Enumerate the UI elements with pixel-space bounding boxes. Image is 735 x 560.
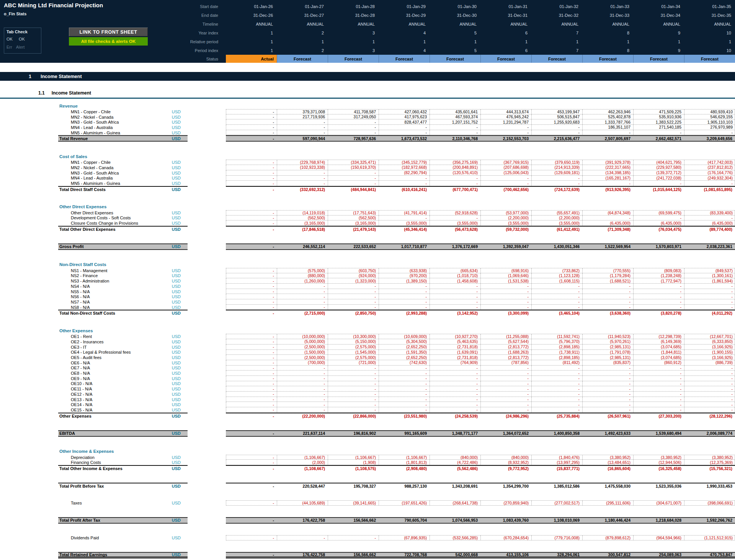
value-cell[interactable]: - (226, 460, 277, 465)
value-cell[interactable]: - (328, 381, 379, 386)
value-cell[interactable]: - (634, 216, 684, 220)
value-cell[interactable]: 220,528,447 (277, 483, 328, 489)
value-cell[interactable]: - (379, 130, 430, 135)
value-cell[interactable]: (222,317,665) (583, 165, 634, 170)
value-cell[interactable]: - (430, 216, 481, 220)
value-cell[interactable]: - (481, 294, 532, 299)
value-cell[interactable]: - (481, 289, 532, 294)
status-cell-actual[interactable]: Actual (226, 55, 277, 63)
value-cell[interactable]: - (328, 176, 379, 181)
header-cell[interactable]: ANNUAL (582, 22, 633, 26)
header-cell[interactable]: ANNUAL (277, 22, 328, 26)
value-cell[interactable]: - (226, 386, 277, 391)
value-cell[interactable]: (41,791,414) (379, 211, 430, 215)
value-cell[interactable]: - (430, 386, 481, 391)
value-cell[interactable]: (3,074,685) (634, 355, 684, 360)
value-cell[interactable]: - (583, 305, 634, 310)
value-cell[interactable]: (484,944,841) (328, 187, 379, 192)
value-cell[interactable]: (182,972,668) (379, 165, 430, 170)
value-cell[interactable]: 1,592,266,762 (684, 518, 735, 523)
value-cell[interactable]: 254,089,063 (633, 553, 684, 557)
value-cell[interactable]: - (481, 386, 532, 391)
value-cell[interactable]: - (277, 125, 328, 130)
value-cell[interactable]: - (226, 136, 277, 141)
value-cell[interactable]: (197,651,426) (379, 501, 430, 505)
value-cell[interactable]: (3,555,000) (532, 220, 583, 225)
value-cell[interactable]: 217,719,936 (277, 114, 328, 119)
value-cell[interactable]: 1,231,294,787 (481, 119, 532, 124)
value-cell[interactable]: (12,667,701) (684, 334, 735, 339)
value-cell[interactable]: (56,473,628) (430, 227, 480, 232)
value-cell[interactable]: (3,380,952) (684, 455, 735, 460)
value-cell[interactable]: - (430, 294, 481, 299)
status-cell-forecast[interactable]: Forecast (531, 55, 582, 63)
value-cell[interactable]: 1,383,522,225 (634, 119, 684, 124)
value-cell[interactable]: 988,257,130 (379, 483, 430, 489)
value-cell[interactable]: (3,465,104) (531, 310, 582, 316)
value-cell[interactable]: - (328, 289, 379, 294)
value-cell[interactable]: (1,772,947) (634, 278, 684, 283)
value-cell[interactable]: 828,437,477 (379, 119, 430, 124)
value-cell[interactable]: (277,002,517) (532, 501, 583, 505)
value-cell[interactable]: (2,000) (277, 460, 328, 465)
value-cell[interactable]: (6,435,000) (634, 220, 684, 225)
value-cell[interactable]: - (430, 284, 481, 289)
value-cell[interactable]: 444,313,674 (481, 109, 532, 114)
value-cell[interactable]: 2,110,346,768 (430, 136, 480, 141)
header-cell[interactable]: 31-Dec-32 (531, 13, 582, 18)
value-cell[interactable]: (3,380,952) (583, 455, 634, 460)
value-cell[interactable]: - (328, 402, 379, 407)
header-cell[interactable]: 5 (430, 48, 480, 53)
value-cell[interactable]: 2,006,089,774 (684, 431, 735, 436)
header-cell[interactable]: ANNUAL (480, 22, 531, 26)
value-cell[interactable]: - (379, 216, 430, 220)
value-cell[interactable]: (721,000) (328, 360, 379, 365)
status-cell-forecast[interactable]: Forecast (379, 55, 430, 63)
value-cell[interactable]: (1,458,608) (430, 278, 481, 283)
header-cell[interactable]: 1 (480, 39, 531, 44)
header-cell[interactable]: ANNUAL (684, 22, 735, 26)
value-cell[interactable]: - (226, 360, 277, 365)
value-cell[interactable]: (1,081,651,895) (684, 187, 735, 192)
value-cell[interactable]: - (379, 371, 430, 376)
value-cell[interactable]: 1,522,569,954 (582, 244, 633, 249)
value-cell[interactable]: - (532, 397, 583, 402)
value-cell[interactable]: - (226, 310, 277, 316)
status-cell-forecast[interactable]: Forecast (480, 55, 531, 63)
value-cell[interactable]: - (481, 376, 532, 381)
value-cell[interactable]: - (226, 371, 277, 376)
value-cell[interactable]: (22,200,000) (277, 413, 328, 419)
value-cell[interactable]: - (328, 119, 379, 124)
value-cell[interactable]: (2,850,750) (328, 310, 379, 316)
value-cell[interactable]: (268,641,738) (430, 501, 481, 505)
value-cell[interactable]: - (328, 536, 379, 540)
value-cell[interactable]: (5,000,000) (277, 339, 328, 344)
value-cell[interactable]: (1,106,667) (379, 455, 430, 460)
value-cell[interactable]: 2,215,636,477 (531, 136, 582, 141)
value-cell[interactable]: (5,970,261) (583, 339, 634, 344)
value-cell[interactable]: - (379, 392, 430, 397)
value-cell[interactable]: (55,657,491) (532, 211, 583, 215)
value-cell[interactable]: (367,769,915) (481, 160, 532, 165)
value-cell[interactable]: - (379, 381, 430, 386)
header-cell[interactable]: 1 (531, 39, 582, 44)
value-cell[interactable]: - (430, 130, 481, 135)
value-cell[interactable]: - (277, 176, 328, 181)
value-cell[interactable]: 417,975,623 (379, 114, 430, 119)
value-cell[interactable]: - (226, 216, 277, 220)
header-cell[interactable]: 01-Jan-33 (582, 4, 633, 9)
value-cell[interactable]: 435,601,641 (430, 109, 481, 114)
value-cell[interactable]: - (583, 216, 634, 220)
header-cell[interactable]: 5 (430, 31, 480, 35)
value-cell[interactable]: - (277, 299, 328, 304)
value-cell[interactable]: (3,820,278) (633, 310, 684, 316)
value-cell[interactable]: - (328, 407, 379, 412)
value-cell[interactable]: - (430, 397, 481, 402)
value-cell[interactable]: - (532, 386, 583, 391)
value-cell[interactable]: (45,346,414) (379, 227, 430, 232)
value-cell[interactable]: (67,896,935) (379, 536, 430, 540)
value-cell[interactable]: (10,609,000) (379, 334, 430, 339)
value-cell[interactable]: (12,375,369) (684, 460, 735, 465)
value-cell[interactable]: - (481, 125, 532, 130)
value-cell[interactable]: (700,462,656) (480, 187, 531, 192)
